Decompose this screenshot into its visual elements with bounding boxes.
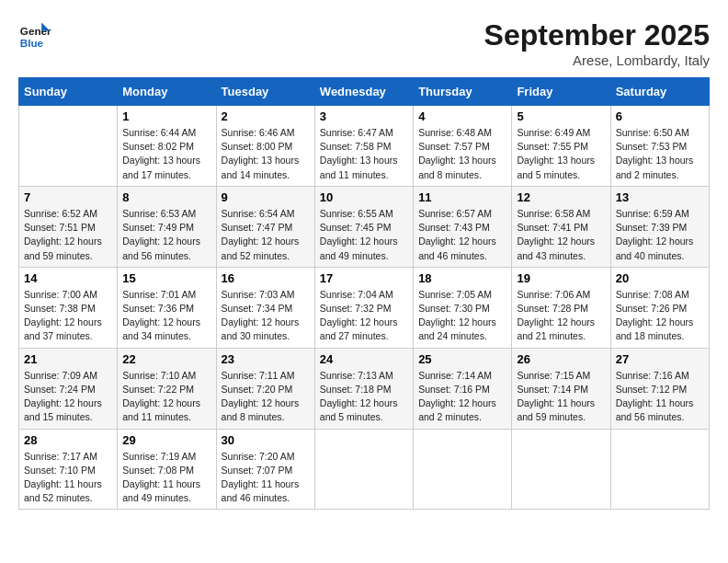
title-block: September 2025 Arese, Lombardy, Italy [484,18,710,68]
calendar-cell: 12Sunrise: 6:58 AM Sunset: 7:41 PM Dayli… [512,186,610,267]
location: Arese, Lombardy, Italy [484,52,710,68]
day-info: Sunrise: 7:19 AM Sunset: 7:08 PM Dayligh… [122,450,210,506]
week-row-4: 21Sunrise: 7:09 AM Sunset: 7:24 PM Dayli… [19,348,710,429]
calendar-header-row: SundayMondayTuesdayWednesdayThursdayFrid… [19,78,710,106]
day-number: 10 [320,190,408,204]
calendar-cell: 11Sunrise: 6:57 AM Sunset: 7:43 PM Dayli… [414,186,512,267]
calendar-cell: 13Sunrise: 6:59 AM Sunset: 7:39 PM Dayli… [610,186,709,267]
calendar-cell: 28Sunrise: 7:17 AM Sunset: 7:10 PM Dayli… [19,429,118,510]
calendar-cell: 10Sunrise: 6:55 AM Sunset: 7:45 PM Dayli… [314,186,413,267]
day-info: Sunrise: 7:03 AM Sunset: 7:34 PM Dayligh… [222,288,310,344]
week-row-2: 7Sunrise: 6:52 AM Sunset: 7:51 PM Daylig… [19,186,710,267]
day-number: 18 [418,271,506,285]
day-info: Sunrise: 6:55 AM Sunset: 7:45 PM Dayligh… [320,207,408,263]
day-info: Sunrise: 7:05 AM Sunset: 7:30 PM Dayligh… [418,288,506,344]
day-info: Sunrise: 6:46 AM Sunset: 8:00 PM Dayligh… [222,126,310,182]
day-info: Sunrise: 7:13 AM Sunset: 7:18 PM Dayligh… [320,369,408,425]
day-info: Sunrise: 6:50 AM Sunset: 7:53 PM Dayligh… [616,126,704,182]
page-header: General Blue September 2025 Arese, Lomba… [18,18,710,68]
calendar-cell: 1Sunrise: 6:44 AM Sunset: 8:02 PM Daylig… [118,106,216,187]
calendar-cell: 26Sunrise: 7:15 AM Sunset: 7:14 PM Dayli… [512,348,610,429]
calendar-cell: 25Sunrise: 7:14 AM Sunset: 7:16 PM Dayli… [414,348,512,429]
calendar-cell: 17Sunrise: 7:04 AM Sunset: 7:32 PM Dayli… [314,267,413,348]
calendar-cell: 19Sunrise: 7:06 AM Sunset: 7:28 PM Dayli… [512,267,610,348]
day-info: Sunrise: 6:49 AM Sunset: 7:55 PM Dayligh… [517,126,605,182]
calendar-cell: 18Sunrise: 7:05 AM Sunset: 7:30 PM Dayli… [414,267,512,348]
day-info: Sunrise: 6:44 AM Sunset: 8:02 PM Dayligh… [122,126,210,182]
header-sunday: Sunday [19,78,118,106]
day-number: 21 [24,352,112,366]
calendar-cell: 3Sunrise: 6:47 AM Sunset: 7:58 PM Daylig… [314,106,413,187]
day-number: 23 [222,352,310,366]
day-info: Sunrise: 6:47 AM Sunset: 7:58 PM Dayligh… [320,126,408,182]
header-friday: Friday [512,78,610,106]
calendar-cell [512,429,610,510]
day-info: Sunrise: 7:01 AM Sunset: 7:36 PM Dayligh… [122,288,210,344]
day-number: 25 [418,352,506,366]
day-info: Sunrise: 6:54 AM Sunset: 7:47 PM Dayligh… [222,207,310,263]
header-tuesday: Tuesday [216,78,314,106]
day-info: Sunrise: 7:00 AM Sunset: 7:38 PM Dayligh… [24,288,112,344]
day-info: Sunrise: 7:06 AM Sunset: 7:28 PM Dayligh… [517,288,605,344]
calendar-cell: 14Sunrise: 7:00 AM Sunset: 7:38 PM Dayli… [19,267,118,348]
calendar-cell: 16Sunrise: 7:03 AM Sunset: 7:34 PM Dayli… [216,267,314,348]
day-info: Sunrise: 6:57 AM Sunset: 7:43 PM Dayligh… [418,207,506,263]
calendar-cell: 24Sunrise: 7:13 AM Sunset: 7:18 PM Dayli… [314,348,413,429]
day-number: 17 [320,271,408,285]
day-info: Sunrise: 6:58 AM Sunset: 7:41 PM Dayligh… [517,207,605,263]
day-number: 30 [222,433,310,447]
calendar-cell: 4Sunrise: 6:48 AM Sunset: 7:57 PM Daylig… [414,106,512,187]
day-number: 4 [418,109,506,123]
day-number: 24 [320,352,408,366]
day-number: 1 [122,109,210,123]
day-number: 29 [122,433,210,447]
calendar-table: SundayMondayTuesdayWednesdayThursdayFrid… [18,77,710,510]
day-number: 27 [616,352,704,366]
day-info: Sunrise: 6:53 AM Sunset: 7:49 PM Dayligh… [122,207,210,263]
day-number: 7 [24,190,112,204]
calendar-cell: 20Sunrise: 7:08 AM Sunset: 7:26 PM Dayli… [610,267,709,348]
logo: General Blue [18,18,51,52]
calendar-cell: 22Sunrise: 7:10 AM Sunset: 7:22 PM Dayli… [118,348,216,429]
day-number: 2 [222,109,310,123]
header-saturday: Saturday [610,78,709,106]
calendar-cell: 7Sunrise: 6:52 AM Sunset: 7:51 PM Daylig… [19,186,118,267]
day-number: 13 [616,190,704,204]
day-info: Sunrise: 7:09 AM Sunset: 7:24 PM Dayligh… [24,369,112,425]
header-monday: Monday [118,78,216,106]
day-number: 3 [320,109,408,123]
day-info: Sunrise: 7:15 AM Sunset: 7:14 PM Dayligh… [517,369,605,425]
calendar-cell: 21Sunrise: 7:09 AM Sunset: 7:24 PM Dayli… [19,348,118,429]
day-number: 16 [222,271,310,285]
calendar-cell: 5Sunrise: 6:49 AM Sunset: 7:55 PM Daylig… [512,106,610,187]
day-info: Sunrise: 7:17 AM Sunset: 7:10 PM Dayligh… [24,450,112,506]
day-info: Sunrise: 7:16 AM Sunset: 7:12 PM Dayligh… [616,369,704,425]
calendar-cell [314,429,413,510]
day-number: 15 [122,271,210,285]
calendar-cell: 8Sunrise: 6:53 AM Sunset: 7:49 PM Daylig… [118,186,216,267]
calendar-cell [19,106,118,187]
day-info: Sunrise: 7:04 AM Sunset: 7:32 PM Dayligh… [320,288,408,344]
calendar-cell: 9Sunrise: 6:54 AM Sunset: 7:47 PM Daylig… [216,186,314,267]
logo-icon: General Blue [18,18,51,52]
day-info: Sunrise: 7:14 AM Sunset: 7:16 PM Dayligh… [418,369,506,425]
day-number: 8 [122,190,210,204]
calendar-cell: 30Sunrise: 7:20 AM Sunset: 7:07 PM Dayli… [216,429,314,510]
day-number: 19 [517,271,605,285]
calendar-cell [414,429,512,510]
calendar-cell: 27Sunrise: 7:16 AM Sunset: 7:12 PM Dayli… [610,348,709,429]
day-number: 9 [222,190,310,204]
day-number: 12 [517,190,605,204]
day-info: Sunrise: 7:10 AM Sunset: 7:22 PM Dayligh… [122,369,210,425]
day-info: Sunrise: 6:52 AM Sunset: 7:51 PM Dayligh… [24,207,112,263]
calendar-cell: 29Sunrise: 7:19 AM Sunset: 7:08 PM Dayli… [118,429,216,510]
day-info: Sunrise: 6:48 AM Sunset: 7:57 PM Dayligh… [418,126,506,182]
day-info: Sunrise: 7:20 AM Sunset: 7:07 PM Dayligh… [222,450,310,506]
header-thursday: Thursday [414,78,512,106]
day-number: 26 [517,352,605,366]
day-number: 5 [517,109,605,123]
day-number: 22 [122,352,210,366]
calendar-cell: 15Sunrise: 7:01 AM Sunset: 7:36 PM Dayli… [118,267,216,348]
header-wednesday: Wednesday [314,78,413,106]
day-number: 28 [24,433,112,447]
